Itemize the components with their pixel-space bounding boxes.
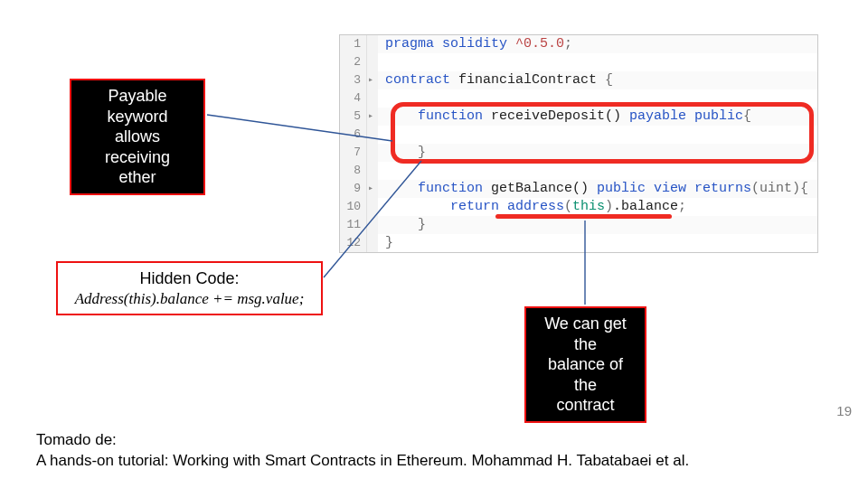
callout-line: We can get the (535, 314, 636, 354)
fold-gutter (367, 35, 378, 53)
line-number: 4 (340, 89, 367, 108)
citation-text: A hands-on tutorial: Working with Smart … (36, 451, 689, 472)
callout-get-balance: We can get the balance of the contract (524, 306, 646, 423)
code-line-11: 11 } (340, 216, 817, 234)
line-number: 8 (340, 162, 367, 180)
callout-line: allows receiving (80, 127, 194, 167)
line-number: 6 (340, 126, 367, 144)
code-line-9: 9 ▸ function getBalance() public view re… (340, 180, 817, 198)
code-line-4: 4 (340, 89, 817, 108)
callout-line: Payable keyword (80, 86, 194, 127)
code-editor: 1 pragma solidity ^0.5.0; 2 3 ▸ contract… (339, 34, 818, 253)
line-number: 5 (340, 108, 367, 126)
line-number: 7 (340, 144, 367, 162)
code-line-1: 1 pragma solidity ^0.5.0; (340, 35, 817, 53)
callout-line: Address(this).balance += msg.value; (67, 289, 312, 308)
line-number: 10 (340, 198, 367, 216)
code-line-10: 10 return address(this).balance; (340, 198, 817, 216)
fold-toggle-icon: ▸ (367, 71, 378, 89)
line-number: 1 (340, 35, 367, 53)
code-line-2: 2 (340, 53, 817, 71)
code-text: pragma solidity ^0.5.0; (378, 35, 817, 53)
code-line-12: 12 } (340, 234, 817, 252)
line-number: 11 (340, 216, 367, 234)
callout-line: contract (535, 395, 636, 416)
code-line-7: 7 } (340, 144, 817, 162)
line-number: 9 (340, 180, 367, 198)
callout-payable: Payable keyword allows receiving ether (70, 79, 205, 195)
line-number: 2 (340, 53, 367, 71)
callout-line: Hidden Code: (67, 268, 312, 289)
citation: Tomado de: A hands-on tutorial: Working … (36, 430, 689, 472)
callout-line: ether (80, 167, 194, 188)
code-line-3: 3 ▸ contract financialContract { (340, 71, 817, 89)
fold-toggle-icon: ▸ (367, 108, 378, 126)
fold-toggle-icon: ▸ (367, 180, 378, 198)
citation-label: Tomado de: (36, 430, 689, 451)
code-line-5: 5 ▸ function receiveDeposit() payable pu… (340, 108, 817, 126)
callout-line: balance of the (535, 354, 636, 395)
line-number: 12 (340, 234, 367, 252)
code-line-6: 6 (340, 126, 817, 144)
code-line-8: 8 (340, 162, 817, 180)
callout-hidden-code: Hidden Code: Address(this).balance += ms… (56, 261, 323, 315)
slide-number: 19 (836, 403, 852, 418)
line-number: 3 (340, 71, 367, 89)
